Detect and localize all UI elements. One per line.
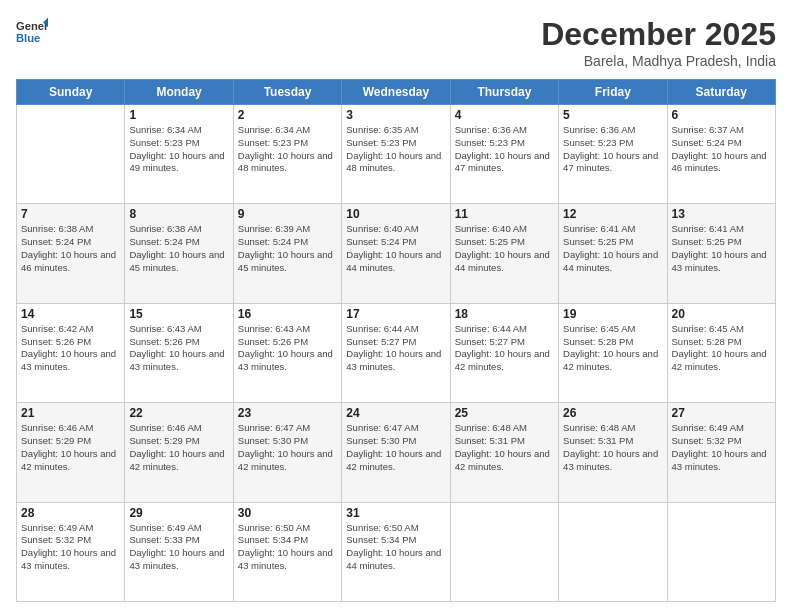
day-number: 6 — [672, 108, 771, 122]
day-number: 1 — [129, 108, 228, 122]
calendar-week-1: 1Sunrise: 6:34 AMSunset: 5:23 PMDaylight… — [17, 105, 776, 204]
calendar-cell: 8Sunrise: 6:38 AMSunset: 5:24 PMDaylight… — [125, 204, 233, 303]
day-info: Sunrise: 6:40 AMSunset: 5:24 PMDaylight:… — [346, 223, 445, 274]
col-thursday: Thursday — [450, 80, 558, 105]
calendar-cell: 26Sunrise: 6:48 AMSunset: 5:31 PMDayligh… — [559, 403, 667, 502]
day-number: 16 — [238, 307, 337, 321]
calendar-cell: 29Sunrise: 6:49 AMSunset: 5:33 PMDayligh… — [125, 502, 233, 601]
calendar-week-5: 28Sunrise: 6:49 AMSunset: 5:32 PMDayligh… — [17, 502, 776, 601]
day-info: Sunrise: 6:49 AMSunset: 5:33 PMDaylight:… — [129, 522, 228, 573]
main-title: December 2025 — [541, 16, 776, 53]
calendar-cell — [450, 502, 558, 601]
day-info: Sunrise: 6:42 AMSunset: 5:26 PMDaylight:… — [21, 323, 120, 374]
day-number: 23 — [238, 406, 337, 420]
day-info: Sunrise: 6:44 AMSunset: 5:27 PMDaylight:… — [346, 323, 445, 374]
day-info: Sunrise: 6:48 AMSunset: 5:31 PMDaylight:… — [563, 422, 662, 473]
calendar-cell: 11Sunrise: 6:40 AMSunset: 5:25 PMDayligh… — [450, 204, 558, 303]
calendar-cell: 1Sunrise: 6:34 AMSunset: 5:23 PMDaylight… — [125, 105, 233, 204]
calendar-week-3: 14Sunrise: 6:42 AMSunset: 5:26 PMDayligh… — [17, 303, 776, 402]
day-number: 2 — [238, 108, 337, 122]
day-info: Sunrise: 6:44 AMSunset: 5:27 PMDaylight:… — [455, 323, 554, 374]
day-info: Sunrise: 6:45 AMSunset: 5:28 PMDaylight:… — [672, 323, 771, 374]
calendar-cell: 24Sunrise: 6:47 AMSunset: 5:30 PMDayligh… — [342, 403, 450, 502]
header: General Blue December 2025 Barela, Madhy… — [16, 16, 776, 69]
calendar-cell: 2Sunrise: 6:34 AMSunset: 5:23 PMDaylight… — [233, 105, 341, 204]
calendar-cell: 30Sunrise: 6:50 AMSunset: 5:34 PMDayligh… — [233, 502, 341, 601]
day-info: Sunrise: 6:49 AMSunset: 5:32 PMDaylight:… — [672, 422, 771, 473]
day-number: 11 — [455, 207, 554, 221]
calendar-cell: 20Sunrise: 6:45 AMSunset: 5:28 PMDayligh… — [667, 303, 775, 402]
day-info: Sunrise: 6:43 AMSunset: 5:26 PMDaylight:… — [238, 323, 337, 374]
day-number: 7 — [21, 207, 120, 221]
day-info: Sunrise: 6:37 AMSunset: 5:24 PMDaylight:… — [672, 124, 771, 175]
calendar-cell: 22Sunrise: 6:46 AMSunset: 5:29 PMDayligh… — [125, 403, 233, 502]
col-tuesday: Tuesday — [233, 80, 341, 105]
day-info: Sunrise: 6:49 AMSunset: 5:32 PMDaylight:… — [21, 522, 120, 573]
day-number: 9 — [238, 207, 337, 221]
day-number: 19 — [563, 307, 662, 321]
day-info: Sunrise: 6:46 AMSunset: 5:29 PMDaylight:… — [129, 422, 228, 473]
calendar-cell: 14Sunrise: 6:42 AMSunset: 5:26 PMDayligh… — [17, 303, 125, 402]
calendar-cell: 7Sunrise: 6:38 AMSunset: 5:24 PMDaylight… — [17, 204, 125, 303]
calendar-week-4: 21Sunrise: 6:46 AMSunset: 5:29 PMDayligh… — [17, 403, 776, 502]
calendar-cell: 18Sunrise: 6:44 AMSunset: 5:27 PMDayligh… — [450, 303, 558, 402]
calendar-cell: 4Sunrise: 6:36 AMSunset: 5:23 PMDaylight… — [450, 105, 558, 204]
subtitle: Barela, Madhya Pradesh, India — [541, 53, 776, 69]
day-info: Sunrise: 6:40 AMSunset: 5:25 PMDaylight:… — [455, 223, 554, 274]
calendar-cell: 5Sunrise: 6:36 AMSunset: 5:23 PMDaylight… — [559, 105, 667, 204]
calendar-cell: 19Sunrise: 6:45 AMSunset: 5:28 PMDayligh… — [559, 303, 667, 402]
col-sunday: Sunday — [17, 80, 125, 105]
day-info: Sunrise: 6:41 AMSunset: 5:25 PMDaylight:… — [672, 223, 771, 274]
calendar-header-row: Sunday Monday Tuesday Wednesday Thursday… — [17, 80, 776, 105]
title-block: December 2025 Barela, Madhya Pradesh, In… — [541, 16, 776, 69]
day-number: 13 — [672, 207, 771, 221]
day-info: Sunrise: 6:34 AMSunset: 5:23 PMDaylight:… — [129, 124, 228, 175]
calendar-cell: 10Sunrise: 6:40 AMSunset: 5:24 PMDayligh… — [342, 204, 450, 303]
day-info: Sunrise: 6:36 AMSunset: 5:23 PMDaylight:… — [563, 124, 662, 175]
calendar-cell: 12Sunrise: 6:41 AMSunset: 5:25 PMDayligh… — [559, 204, 667, 303]
col-saturday: Saturday — [667, 80, 775, 105]
col-wednesday: Wednesday — [342, 80, 450, 105]
day-number: 17 — [346, 307, 445, 321]
day-number: 10 — [346, 207, 445, 221]
calendar-cell: 21Sunrise: 6:46 AMSunset: 5:29 PMDayligh… — [17, 403, 125, 502]
day-number: 24 — [346, 406, 445, 420]
calendar-cell: 23Sunrise: 6:47 AMSunset: 5:30 PMDayligh… — [233, 403, 341, 502]
calendar-cell: 27Sunrise: 6:49 AMSunset: 5:32 PMDayligh… — [667, 403, 775, 502]
day-info: Sunrise: 6:35 AMSunset: 5:23 PMDaylight:… — [346, 124, 445, 175]
day-info: Sunrise: 6:38 AMSunset: 5:24 PMDaylight:… — [21, 223, 120, 274]
page: General Blue December 2025 Barela, Madhy… — [0, 0, 792, 612]
day-number: 28 — [21, 506, 120, 520]
day-number: 18 — [455, 307, 554, 321]
day-number: 3 — [346, 108, 445, 122]
day-number: 20 — [672, 307, 771, 321]
day-info: Sunrise: 6:34 AMSunset: 5:23 PMDaylight:… — [238, 124, 337, 175]
calendar-cell: 28Sunrise: 6:49 AMSunset: 5:32 PMDayligh… — [17, 502, 125, 601]
calendar-table: Sunday Monday Tuesday Wednesday Thursday… — [16, 79, 776, 602]
day-number: 30 — [238, 506, 337, 520]
calendar-cell: 15Sunrise: 6:43 AMSunset: 5:26 PMDayligh… — [125, 303, 233, 402]
day-number: 29 — [129, 506, 228, 520]
col-friday: Friday — [559, 80, 667, 105]
day-info: Sunrise: 6:36 AMSunset: 5:23 PMDaylight:… — [455, 124, 554, 175]
calendar-cell: 3Sunrise: 6:35 AMSunset: 5:23 PMDaylight… — [342, 105, 450, 204]
day-number: 8 — [129, 207, 228, 221]
calendar-cell: 9Sunrise: 6:39 AMSunset: 5:24 PMDaylight… — [233, 204, 341, 303]
day-info: Sunrise: 6:47 AMSunset: 5:30 PMDaylight:… — [346, 422, 445, 473]
day-number: 22 — [129, 406, 228, 420]
calendar-cell: 31Sunrise: 6:50 AMSunset: 5:34 PMDayligh… — [342, 502, 450, 601]
day-info: Sunrise: 6:43 AMSunset: 5:26 PMDaylight:… — [129, 323, 228, 374]
day-info: Sunrise: 6:45 AMSunset: 5:28 PMDaylight:… — [563, 323, 662, 374]
day-info: Sunrise: 6:50 AMSunset: 5:34 PMDaylight:… — [238, 522, 337, 573]
day-info: Sunrise: 6:46 AMSunset: 5:29 PMDaylight:… — [21, 422, 120, 473]
day-number: 21 — [21, 406, 120, 420]
day-info: Sunrise: 6:47 AMSunset: 5:30 PMDaylight:… — [238, 422, 337, 473]
day-number: 27 — [672, 406, 771, 420]
day-number: 31 — [346, 506, 445, 520]
day-number: 5 — [563, 108, 662, 122]
svg-text:Blue: Blue — [16, 32, 40, 44]
day-info: Sunrise: 6:39 AMSunset: 5:24 PMDaylight:… — [238, 223, 337, 274]
col-monday: Monday — [125, 80, 233, 105]
calendar-cell: 17Sunrise: 6:44 AMSunset: 5:27 PMDayligh… — [342, 303, 450, 402]
calendar-cell — [17, 105, 125, 204]
